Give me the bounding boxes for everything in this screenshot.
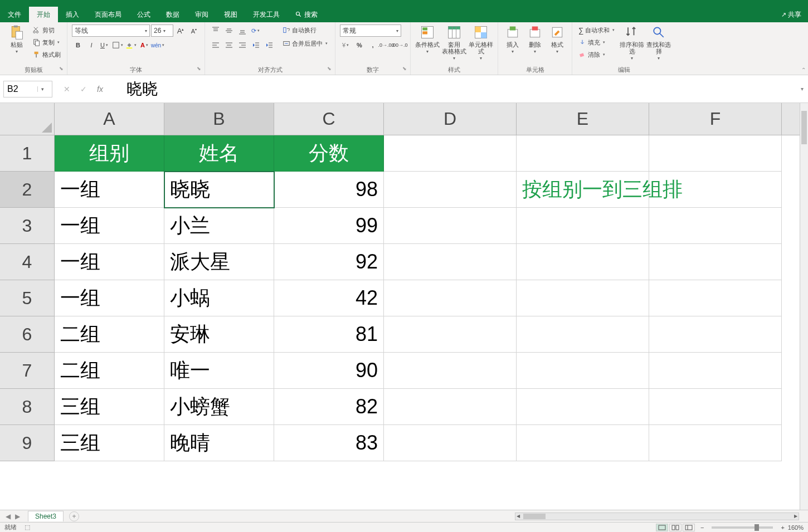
page-layout-view-button[interactable] bbox=[669, 524, 682, 531]
cell-B2[interactable]: 晓晓 bbox=[164, 172, 274, 208]
zoom-out-button[interactable]: − bbox=[700, 524, 704, 531]
underline-button[interactable]: U▾ bbox=[99, 39, 111, 51]
fill-color-button[interactable]: ▾ bbox=[125, 39, 138, 51]
expand-formula-bar-button[interactable]: ▾ bbox=[796, 86, 808, 92]
font-color-button[interactable]: A▾ bbox=[139, 39, 151, 51]
cell-E7[interactable] bbox=[517, 353, 649, 389]
cell-F3[interactable] bbox=[649, 208, 782, 244]
row-header-5[interactable]: 5 bbox=[0, 280, 55, 316]
row-header-8[interactable]: 8 bbox=[0, 389, 55, 425]
fill-button[interactable]: 填充▾ bbox=[577, 37, 617, 48]
cell-E2[interactable]: 按组别一到三组排 bbox=[517, 172, 649, 208]
share-button[interactable]: ↗ 共享 bbox=[781, 10, 801, 19]
cell-B1[interactable]: 姓名 bbox=[164, 135, 274, 172]
add-sheet-button[interactable]: + bbox=[69, 511, 79, 521]
normal-view-button[interactable] bbox=[656, 524, 668, 531]
wrap-text-button[interactable]: 自动换行 bbox=[281, 25, 330, 36]
align-top-button[interactable] bbox=[210, 25, 222, 37]
autosum-button[interactable]: ∑自动求和▾ bbox=[577, 25, 617, 36]
sheet-nav-next[interactable]: ▶ bbox=[15, 513, 20, 520]
zoom-in-button[interactable]: + bbox=[781, 524, 784, 531]
cell-E4[interactable] bbox=[517, 244, 649, 280]
decrease-font-button[interactable]: A▾ bbox=[188, 25, 200, 37]
font-name-combo[interactable]: 等线▾ bbox=[72, 25, 150, 37]
delete-cells-button[interactable]: 删除▾ bbox=[525, 25, 545, 54]
conditional-format-button[interactable]: 条件格式▾ bbox=[415, 25, 440, 54]
cell-C9[interactable]: 83 bbox=[274, 425, 384, 461]
decrease-decimal-button[interactable]: .00→.0 bbox=[393, 39, 406, 51]
cell-B3[interactable]: 小兰 bbox=[164, 208, 274, 244]
zoom-level[interactable]: 160% bbox=[788, 524, 804, 531]
insert-cells-button[interactable]: 插入▾ bbox=[503, 25, 523, 54]
format-table-button[interactable]: 套用 表格格式▾ bbox=[442, 25, 466, 61]
number-dialog-launcher[interactable]: ⬊ bbox=[402, 66, 407, 71]
italic-button[interactable]: I bbox=[85, 39, 98, 51]
increase-font-button[interactable]: A▴ bbox=[174, 25, 187, 37]
row-header-2[interactable]: 2 bbox=[0, 172, 55, 208]
cell-styles-button[interactable]: 单元格样式▾ bbox=[469, 25, 493, 61]
cell-B5[interactable]: 小蜗 bbox=[164, 280, 274, 316]
row-header-1[interactable]: 1 bbox=[0, 135, 55, 172]
cell-E6[interactable] bbox=[517, 316, 649, 353]
col-header-E[interactable]: E bbox=[517, 103, 649, 135]
cell-D3[interactable] bbox=[384, 208, 517, 244]
tab-review[interactable]: 审阅 bbox=[187, 7, 216, 22]
cell-B6[interactable]: 安琳 bbox=[164, 316, 274, 353]
cell-F7[interactable] bbox=[649, 353, 782, 389]
align-right-button[interactable] bbox=[236, 39, 249, 51]
copy-button[interactable]: 复制▾ bbox=[31, 37, 62, 48]
cell-C5[interactable]: 42 bbox=[274, 280, 384, 316]
row-header-6[interactable]: 6 bbox=[0, 316, 55, 353]
tab-file[interactable]: 文件 bbox=[0, 7, 29, 22]
row-header-4[interactable]: 4 bbox=[0, 244, 55, 280]
cell-A1[interactable]: 组别 bbox=[55, 135, 164, 172]
cell-B4[interactable]: 派大星 bbox=[164, 244, 274, 280]
cell-C2[interactable]: 98 bbox=[274, 172, 384, 208]
cell-A2[interactable]: 一组 bbox=[55, 172, 164, 208]
formula-input[interactable]: 晓晓 bbox=[111, 79, 796, 100]
tab-home[interactable]: 开始 bbox=[29, 7, 58, 22]
cell-A5[interactable]: 一组 bbox=[55, 280, 164, 316]
page-break-view-button[interactable] bbox=[683, 524, 695, 531]
cell-C1[interactable]: 分数 bbox=[274, 135, 384, 172]
row-header-7[interactable]: 7 bbox=[0, 353, 55, 389]
font-size-combo[interactable]: 26▾ bbox=[151, 25, 173, 37]
percent-button[interactable]: % bbox=[353, 39, 366, 51]
find-select-button[interactable]: 查找和选择▾ bbox=[646, 25, 671, 61]
cell-D9[interactable] bbox=[384, 425, 517, 461]
name-box-dropdown[interactable]: ▾ bbox=[37, 86, 47, 92]
phonetic-button[interactable]: wén▾ bbox=[152, 39, 164, 51]
bold-button[interactable]: B bbox=[72, 39, 84, 51]
cell-A7[interactable]: 二组 bbox=[55, 353, 164, 389]
cell-D4[interactable] bbox=[384, 244, 517, 280]
horizontal-scrollbar[interactable] bbox=[515, 513, 799, 520]
cell-D8[interactable] bbox=[384, 389, 517, 425]
cell-F2[interactable] bbox=[649, 172, 782, 208]
macro-record-icon[interactable]: ⬚ bbox=[25, 524, 30, 531]
format-cells-button[interactable]: 格式▾ bbox=[547, 25, 567, 54]
collapse-ribbon-button[interactable]: ⌃ bbox=[801, 67, 806, 73]
align-center-button[interactable] bbox=[223, 39, 235, 51]
cell-A3[interactable]: 一组 bbox=[55, 208, 164, 244]
insert-function-button[interactable]: fx bbox=[97, 85, 103, 94]
name-box-input[interactable] bbox=[4, 84, 37, 94]
col-header-C[interactable]: C bbox=[274, 103, 384, 135]
cell-F6[interactable] bbox=[649, 316, 782, 353]
cell-F8[interactable] bbox=[649, 389, 782, 425]
number-format-combo[interactable]: 常规▾ bbox=[340, 25, 401, 37]
comma-button[interactable]: , bbox=[367, 39, 379, 51]
cell-F4[interactable] bbox=[649, 244, 782, 280]
cell-D1[interactable] bbox=[384, 135, 517, 172]
cell-C3[interactable]: 99 bbox=[274, 208, 384, 244]
cell-F9[interactable] bbox=[649, 425, 782, 461]
align-bottom-button[interactable] bbox=[236, 25, 249, 37]
cell-B8[interactable]: 小螃蟹 bbox=[164, 389, 274, 425]
paste-button[interactable]: 粘贴 ▾ bbox=[4, 25, 29, 54]
increase-decimal-button[interactable]: .0→.00 bbox=[380, 39, 392, 51]
sort-filter-button[interactable]: 排序和筛选▾ bbox=[620, 25, 644, 61]
tab-view[interactable]: 视图 bbox=[216, 7, 245, 22]
tab-page-layout[interactable]: 页面布局 bbox=[87, 7, 129, 22]
col-header-D[interactable]: D bbox=[384, 103, 517, 135]
cell-E8[interactable] bbox=[517, 389, 649, 425]
font-dialog-launcher[interactable]: ⬊ bbox=[197, 66, 201, 71]
